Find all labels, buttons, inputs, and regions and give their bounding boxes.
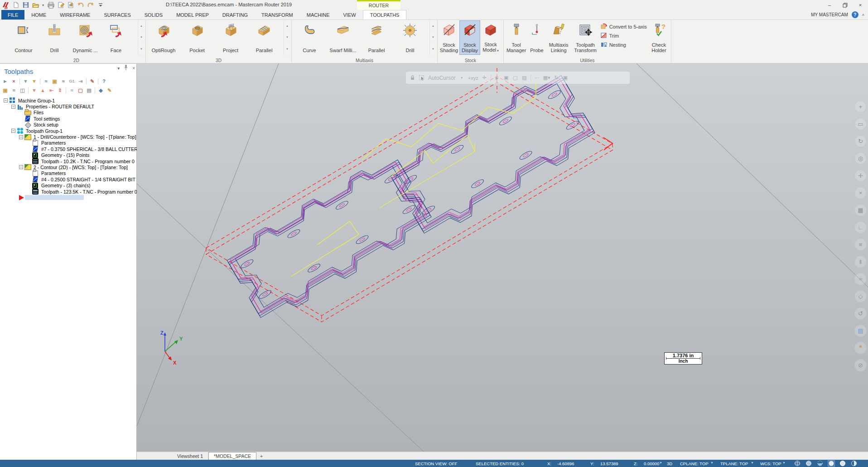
display-options-button[interactable]: ▤ [85, 87, 93, 94]
help-icon[interactable]: ? [852, 11, 858, 18]
scroll-down-icon[interactable]: ▾ [430, 32, 436, 43]
tree-item[interactable]: Parameters [0, 140, 136, 146]
gallery-expand-icon[interactable]: ▾ [430, 44, 436, 55]
pause-spin-button[interactable]: ‖ [854, 256, 867, 268]
tree-item[interactable]: #4 - 0.2500 STRAIGHT - 1/4 STRAIGHT BIT [0, 176, 136, 182]
parallel-button[interactable]: Parallel [247, 20, 281, 55]
select-options-icon[interactable]: ⋯ [534, 75, 540, 81]
wcs-selector[interactable]: WCS: TOP [760, 461, 781, 466]
shaded-globe-icon[interactable] [805, 460, 812, 467]
contour-button[interactable]: Contour [8, 20, 39, 55]
solid-verify-icon[interactable]: ▣ [503, 75, 509, 81]
swarf-milli-button[interactable]: Swarf Milli... [326, 20, 360, 55]
edit-file-button[interactable] [56, 0, 65, 10]
face-button[interactable]: Face [101, 20, 131, 55]
only-display-selected-button[interactable]: ≈ [68, 87, 76, 94]
scroll-down-icon[interactable]: ▾ [284, 32, 290, 43]
lock-icon[interactable] [410, 75, 415, 81]
tab-transform[interactable]: TRANSFORM [255, 10, 300, 19]
expander-icon[interactable]: − [11, 105, 15, 109]
regen-dirty-button[interactable]: ▼ [30, 78, 38, 85]
grid-dropdown-icon[interactable]: ▦▾ [543, 75, 550, 81]
regenerate-button[interactable]: ↺ [854, 307, 867, 320]
scroll-up-icon[interactable]: ▴ [138, 20, 145, 32]
expand-icon[interactable]: ▣ [563, 75, 569, 81]
add-point-xyz-icon[interactable]: +xyz [468, 75, 478, 81]
ruler-button[interactable]: ≡ [854, 238, 867, 251]
drill-button[interactable]: Drill [393, 20, 427, 55]
tab-file[interactable]: FILE [1, 10, 24, 19]
outline-sphere-icon[interactable] [839, 460, 846, 467]
unselect-all-operations-button[interactable]: × [10, 78, 18, 85]
expander-icon[interactable]: − [11, 129, 15, 133]
z-dropdown-icon[interactable]: ▼ [659, 461, 662, 464]
toggle-toolpath-display-button[interactable]: ≈ [10, 87, 18, 94]
trim-button[interactable]: Trim [600, 32, 647, 39]
shaded-sphere-icon[interactable] [828, 460, 835, 467]
close-panel-icon[interactable]: × [132, 66, 135, 71]
tab-model-space[interactable]: *MODEL_SPACE [208, 452, 256, 460]
half-sphere-icon[interactable] [850, 460, 858, 467]
move-insert-down-button[interactable]: ▼ [30, 87, 38, 94]
optirough-button[interactable]: OptiRough [147, 20, 180, 55]
lock-operations-button[interactable]: ▣ [1, 87, 9, 94]
tab-model-prep[interactable]: MODEL PREP [169, 10, 216, 19]
pin-icon[interactable] [123, 64, 129, 72]
tab-drafting[interactable]: DRAFTING [216, 10, 255, 19]
restore-button[interactable] [837, 0, 853, 10]
stock-model-button[interactable]: Stock Model▾ [480, 20, 501, 55]
tab-surfaces[interactable]: SURFACES [97, 10, 137, 19]
tab-home[interactable]: HOME [24, 10, 53, 19]
nesting-button[interactable]: Nesting [600, 41, 647, 49]
tree-item[interactable]: −Toolpath Group-1 [0, 128, 136, 134]
graphics-viewport[interactable] [137, 63, 868, 452]
tree-item[interactable]: Stock setup [0, 122, 136, 128]
expander-icon[interactable]: − [4, 98, 8, 102]
convert-to-5-axis-button[interactable]: Convert to 5-axis [600, 23, 647, 30]
marquee-select-icon[interactable] [419, 75, 425, 81]
regen-selected-button[interactable]: ▼ [22, 78, 29, 85]
open-button[interactable] [31, 0, 40, 10]
tree-item[interactable]: #7 - 0.3750 SPHERICAL - 3/8 BALL CUTTER [0, 146, 136, 152]
solid-body-icon[interactable]: ▢ [512, 75, 518, 81]
solid-face-icon[interactable]: ▨ [521, 75, 527, 81]
batch-mode-button[interactable]: ◆ [97, 87, 105, 94]
wcs-dropdown-icon[interactable]: ▼ [782, 461, 786, 464]
scroll-insert-button[interactable]: ⇕ [56, 87, 64, 94]
select-arrow-icon[interactable]: ► [494, 75, 500, 81]
cplane-selector[interactable]: CPLANE: TOP [680, 461, 708, 466]
move-insert-tag-button[interactable]: ⇤ [48, 87, 55, 94]
insert-marker-row[interactable] [0, 195, 136, 200]
scroll-up-icon[interactable]: ▴ [284, 20, 290, 32]
levels-manager-button[interactable]: ▤ [854, 325, 867, 337]
select-all-operations-button[interactable]: ► [1, 78, 9, 85]
zoom-window-button[interactable]: ▭ [854, 118, 867, 130]
tab-view[interactable]: VIEW [337, 10, 363, 19]
cursor-position-button[interactable]: ✛ [854, 170, 867, 182]
tree-item[interactable]: −Machine Group-1 [0, 97, 136, 103]
grid-toggle-button[interactable]: ▦ [854, 204, 867, 216]
tree-item[interactable]: −2 - Contour (2D) - [WCS: Top] - [Tplane… [0, 164, 136, 170]
tree-item[interactable]: Parameters [0, 170, 136, 176]
open-dropdown-button[interactable]: ▾ [41, 0, 45, 10]
edit-selected-button[interactable]: ✎ [88, 78, 96, 85]
expander-icon[interactable]: − [19, 135, 23, 139]
repaint-icon[interactable]: ↻ [554, 75, 559, 81]
tab-solids[interactable]: SOLIDS [138, 10, 169, 19]
blank-entity-button[interactable]: ⊘ [854, 359, 867, 371]
scroll-up-icon[interactable]: ▴ [430, 20, 436, 32]
g1-editor-button[interactable]: G1 [68, 78, 76, 85]
move-insert-up-button[interactable]: ▲ [39, 87, 47, 94]
stock-shading-button[interactable]: Stock Shading [439, 20, 459, 55]
print-button[interactable] [46, 0, 55, 10]
tree-item[interactable]: −Properties - ROUTER DEFAULT [0, 103, 136, 109]
dynamic-button[interactable]: Dynamic ... [70, 20, 101, 55]
tree-item[interactable]: Geometry - (3) chain(s) [0, 182, 136, 188]
tab-machine[interactable]: MACHINE [300, 10, 337, 19]
collapse-ribbon-button[interactable]: ˄ [862, 13, 864, 17]
autocursor-dropdown-icon[interactable]: ▾ [459, 76, 465, 80]
contextual-tab-router[interactable]: ROUTER [357, 0, 400, 10]
cplane-dropdown-icon[interactable]: ▼ [710, 461, 714, 464]
tplane-dropdown-icon[interactable]: ▼ [751, 461, 754, 464]
delete-entity-button[interactable]: × [854, 187, 867, 199]
